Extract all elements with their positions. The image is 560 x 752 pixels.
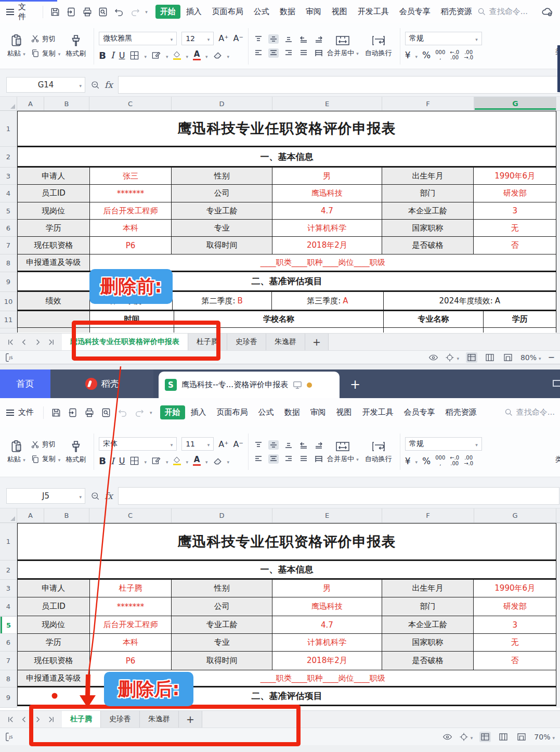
cell-style-button[interactable] xyxy=(151,456,161,466)
align-bottom-icon[interactable] xyxy=(283,34,294,44)
fill-color-caret-icon[interactable] xyxy=(186,50,188,60)
tab-review[interactable]: 审阅 xyxy=(306,405,331,419)
eye-protection-icon[interactable] xyxy=(442,733,452,741)
sheet-tab[interactable]: 朱逸群 xyxy=(266,334,305,350)
column-header-a[interactable]: A xyxy=(17,97,44,110)
tab-insert[interactable]: 插入 xyxy=(181,5,206,19)
normal-view-icon[interactable] xyxy=(466,352,477,363)
js-macro-icon[interactable]: JS xyxy=(5,353,16,362)
paste-button[interactable]: 粘贴 xyxy=(4,440,29,464)
cell-label[interactable]: 公司 xyxy=(172,185,272,202)
page-break-view-icon[interactable] xyxy=(502,352,514,363)
fill-color-caret-icon[interactable] xyxy=(186,456,188,466)
column-header-b[interactable]: B xyxy=(44,508,89,522)
tab-data[interactable]: 数据 xyxy=(275,5,300,19)
currency-caret-icon[interactable] xyxy=(415,50,418,60)
cell-value[interactable]: 无 xyxy=(474,220,556,236)
hamburger-menu-icon[interactable] xyxy=(6,9,14,15)
cell-label[interactable]: 申报通道及等级 xyxy=(18,670,90,686)
save-icon[interactable] xyxy=(49,406,63,419)
sheet-tab[interactable]: 史珍香 xyxy=(227,334,266,350)
cell-value[interactable]: 张三 xyxy=(90,168,172,184)
output-icon[interactable] xyxy=(66,406,80,419)
column-header-a[interactable]: A xyxy=(17,508,44,522)
name-box-caret-icon[interactable] xyxy=(79,491,82,501)
column-header-e[interactable]: E xyxy=(272,508,382,522)
row-header[interactable]: 8 xyxy=(0,254,17,272)
cell-value[interactable]: 研发部 xyxy=(474,185,556,202)
font-size-select[interactable]: 11 xyxy=(181,437,214,451)
cell-label[interactable]: 学历 xyxy=(18,634,90,651)
font-size-select[interactable]: 12 xyxy=(181,32,214,45)
cell-value[interactable]: 男 xyxy=(272,580,382,597)
new-document-tab-button[interactable]: + xyxy=(350,378,360,391)
increase-decimal-icon[interactable]: ←.0.00 xyxy=(450,50,459,61)
cell-label[interactable]: 员工ID xyxy=(18,185,90,202)
first-sheet-icon[interactable] xyxy=(7,716,14,723)
cell-label[interactable]: 申请人 xyxy=(18,580,90,597)
cell-value[interactable]: 鹰迅科技 xyxy=(272,185,382,202)
sheet-tab[interactable]: 杜子腾 xyxy=(188,334,227,350)
cell-value[interactable]: 无 xyxy=(474,634,556,651)
column-header-d[interactable]: D xyxy=(172,97,272,110)
font-color-caret-icon[interactable] xyxy=(205,50,208,60)
percent-format-icon[interactable]: % xyxy=(422,456,431,466)
tab-home[interactable]: 开始 xyxy=(160,405,185,419)
bold-button[interactable]: B xyxy=(99,455,106,466)
tab-insert[interactable]: 插入 xyxy=(186,405,211,419)
cell-value[interactable]: 4.7 xyxy=(272,616,382,633)
cell-partial[interactable] xyxy=(174,328,383,333)
cell-label[interactable]: 学历 xyxy=(18,220,90,236)
section-basic-info-cell[interactable]: 一、基本信息 xyxy=(18,561,556,578)
tab-developer[interactable]: 开发工具 xyxy=(353,5,394,19)
fill-color-button[interactable] xyxy=(173,456,181,465)
page-break-view-icon[interactable] xyxy=(516,732,527,742)
cell-label[interactable]: 申报通道及等级 xyxy=(18,254,90,271)
cell-value[interactable]: 男 xyxy=(272,168,382,184)
align-top-icon[interactable] xyxy=(253,34,264,44)
sheet-tab-active[interactable]: 杜子腾 xyxy=(62,711,101,728)
cell-value[interactable]: 计算机科学 xyxy=(272,634,382,651)
row-header[interactable]: 7 xyxy=(0,237,17,254)
font-name-select[interactable]: 宋体 xyxy=(99,437,177,451)
increase-font-button[interactable]: A⁺ xyxy=(218,33,228,43)
undo-icon[interactable] xyxy=(115,406,130,419)
eraser-caret-icon[interactable] xyxy=(227,456,230,466)
cell-style-caret-icon[interactable] xyxy=(166,456,168,466)
row-header[interactable]: 4 xyxy=(0,597,17,616)
borders-button[interactable] xyxy=(129,456,139,466)
cell-value[interactable]: 本科 xyxy=(90,220,172,236)
row-header[interactable]: 2 xyxy=(0,560,17,580)
bold-button[interactable]: B xyxy=(99,50,106,61)
fx-icon[interactable]: fx xyxy=(105,80,113,90)
cell-value[interactable]: 3 xyxy=(474,202,556,219)
cell-value[interactable]: P6 xyxy=(90,237,172,254)
underline-button[interactable]: U xyxy=(119,456,125,466)
formula-input[interactable] xyxy=(118,76,559,94)
column-header-f[interactable]: F xyxy=(382,97,474,110)
decrease-font-button[interactable]: A⁻ xyxy=(233,439,243,449)
currency-format-icon[interactable]: ¥ xyxy=(405,50,411,60)
name-box[interactable]: G14 xyxy=(6,77,85,93)
merge-center-button[interactable]: 合并居中 xyxy=(324,34,362,58)
fill-color-button[interactable] xyxy=(173,51,181,60)
cell-label[interactable]: 现岗位 xyxy=(18,202,90,219)
row-header[interactable]: 8 xyxy=(0,670,17,687)
cell-style-button[interactable] xyxy=(151,50,161,60)
tab-data[interactable]: 数据 xyxy=(280,405,305,419)
cell-value[interactable]: 杜子腾 xyxy=(90,580,172,597)
section-basic-info-cell[interactable]: 一、基本信息 xyxy=(18,147,556,166)
percent-format-icon[interactable]: % xyxy=(422,50,431,60)
output-icon[interactable] xyxy=(64,5,78,19)
cell-label[interactable]: 员工ID xyxy=(18,597,90,616)
copy-button[interactable]: 复制 xyxy=(31,49,61,58)
cell-label[interactable]: 现任职资格 xyxy=(18,237,90,254)
row-header[interactable]: 6 xyxy=(0,220,17,237)
font-color-button[interactable]: A xyxy=(193,50,201,60)
prev-sheet-icon[interactable] xyxy=(21,716,28,723)
italic-button[interactable]: I xyxy=(111,456,114,466)
last-sheet-icon[interactable] xyxy=(48,339,55,346)
cell-partial[interactable] xyxy=(384,328,484,333)
cell-value[interactable]: ******* xyxy=(90,185,172,202)
cell-label[interactable]: 出生年月 xyxy=(382,168,474,184)
